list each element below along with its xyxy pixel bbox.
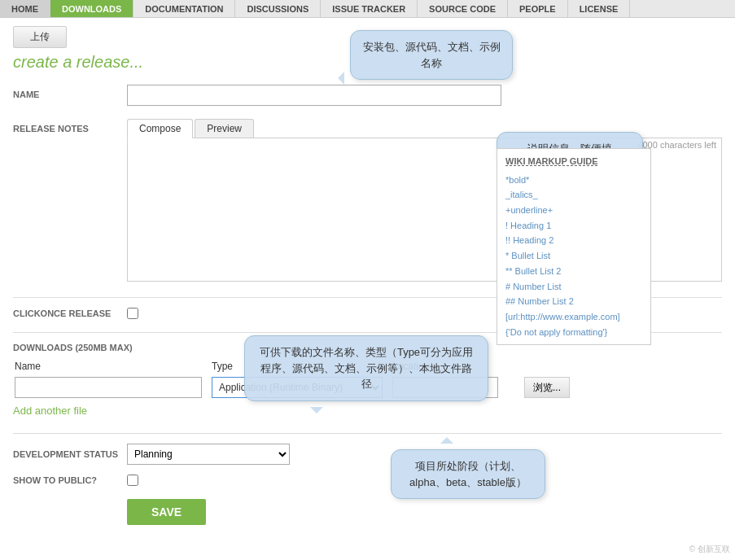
nav-license[interactable]: LICENSE xyxy=(568,0,631,17)
clickonce-label: CLICKONCE RELEASE xyxy=(13,308,127,318)
tooltip-name: 安装包、源代码、文档、示例名称 xyxy=(350,30,513,80)
nav-issue-tracker[interactable]: ISSUE TRACKER xyxy=(321,0,418,17)
tooltip-downloads: 可供下载的文件名称、类型（Type可分为应用程序、源代码、文档、示例等）、本地文… xyxy=(244,335,488,401)
tooltip-devstatus: 项目所处阶段（计划、alpha、beta、stable版） xyxy=(391,449,545,499)
col-name: Name xyxy=(15,361,210,375)
release-notes-label: RELEASE NOTES xyxy=(13,119,127,133)
add-file-link[interactable]: Add another file xyxy=(13,405,87,417)
wiki-noformat[interactable]: {'Do not apply formatting'} xyxy=(505,325,642,340)
nav-home[interactable]: HOME xyxy=(0,0,50,17)
page-content: 上传 create a release... NAME RELEASE NOTE… xyxy=(0,18,735,533)
wiki-heading2[interactable]: !! Heading 2 xyxy=(505,233,642,248)
show-public-checkbox[interactable] xyxy=(127,475,138,486)
wiki-number[interactable]: # Number List xyxy=(505,279,642,295)
wiki-underline[interactable]: +underline+ xyxy=(505,203,642,218)
name-label: NAME xyxy=(13,85,127,99)
wiki-heading1[interactable]: ! Heading 1 xyxy=(505,218,642,234)
tab-preview[interactable]: Preview xyxy=(195,119,254,138)
wiki-bold[interactable]: *bold* xyxy=(505,173,642,188)
nav-documentation[interactable]: DOCUMENTATION xyxy=(133,0,235,17)
wiki-bullet[interactable]: * Bullet List xyxy=(505,248,642,264)
dev-status-label: DEVELOPMENT STATUS xyxy=(13,449,127,459)
name-control xyxy=(127,85,722,106)
wiki-italics[interactable]: _italics_ xyxy=(505,187,642,203)
tab-compose[interactable]: Compose xyxy=(127,119,193,138)
save-button[interactable]: SAVE xyxy=(127,499,206,525)
wiki-url[interactable]: [url:http://www.example.com] xyxy=(505,309,642,325)
name-row: NAME xyxy=(13,85,722,106)
browse-button[interactable]: 浏览... xyxy=(524,377,570,398)
divider-3 xyxy=(13,433,722,434)
top-nav: HOME DOWNLOADS DOCUMENTATION DISCUSSIONS… xyxy=(0,0,735,18)
show-public-row: SHOW TO PUBLIC? xyxy=(13,475,722,486)
wiki-number2[interactable]: ## Number List 2 xyxy=(505,294,642,309)
wiki-guide: WIKI MARKUP GUIDE *bold* _italics_ +unde… xyxy=(497,148,651,345)
nav-discussions[interactable]: DISCUSSIONS xyxy=(235,0,321,17)
show-public-label: SHOW TO PUBLIC? xyxy=(13,475,127,485)
nav-source-code[interactable]: SOURCE CODE xyxy=(418,0,508,17)
nav-people[interactable]: PEOPLE xyxy=(508,0,568,17)
watermark: © 创新互联 xyxy=(689,544,730,555)
name-input[interactable] xyxy=(127,85,501,106)
dev-status-select[interactable]: Planning xyxy=(127,444,290,465)
col-action xyxy=(524,361,597,375)
wiki-guide-title: WIKI MARKUP GUIDE xyxy=(505,154,642,169)
nav-downloads[interactable]: DOWNLOADS xyxy=(50,0,133,17)
wiki-bullet2[interactable]: ** Bullet List 2 xyxy=(505,264,642,279)
upload-button[interactable]: 上传 xyxy=(13,26,67,48)
file-name-input[interactable] xyxy=(15,377,202,398)
clickonce-checkbox[interactable] xyxy=(127,308,138,319)
dev-status-row: DEVELOPMENT STATUS Planning xyxy=(13,444,722,465)
